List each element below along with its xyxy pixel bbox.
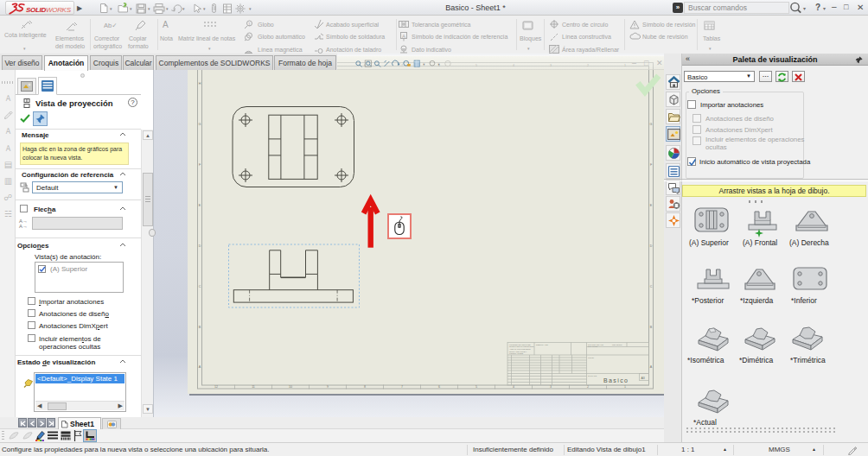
svg-text:4: 4 xyxy=(513,385,514,389)
svg-text:A: A xyxy=(199,365,201,369)
svg-text:9: 9 xyxy=(327,385,329,389)
svg-text:▾: ▾ xyxy=(423,62,425,66)
svg-text:▾: ▾ xyxy=(166,6,169,11)
svg-text:F: F xyxy=(199,163,201,167)
svg-text:F: F xyxy=(650,163,653,167)
svg-text:Basico: Basico xyxy=(603,377,629,383)
svg-text:C: C xyxy=(199,285,201,288)
svg-text:12: 12 xyxy=(214,385,218,389)
svg-text:▾: ▾ xyxy=(182,6,185,11)
svg-text:▾: ▾ xyxy=(130,6,132,11)
svg-text:7: 7 xyxy=(401,385,403,389)
svg-text:1: 1 xyxy=(624,385,626,389)
svg-text:H: H xyxy=(199,82,201,86)
svg-text:▾: ▾ xyxy=(110,6,112,11)
svg-text:C: C xyxy=(650,285,653,288)
svg-text:▾: ▾ xyxy=(249,6,252,11)
svg-text:DWG NO.: DWG NO. xyxy=(588,375,597,377)
svg-text:▾: ▾ xyxy=(437,62,440,66)
svg-text:▾: ▾ xyxy=(203,6,206,11)
svg-text:5: 5 xyxy=(475,385,477,389)
svg-text:REVISION: REVISION xyxy=(612,344,622,346)
svg-text:B: B xyxy=(199,326,201,329)
svg-text:11: 11 xyxy=(252,385,255,389)
svg-text:10: 10 xyxy=(289,385,292,389)
svg-text:1: 1 xyxy=(248,22,251,27)
svg-text:2: 2 xyxy=(587,385,589,389)
svg-text:G: G xyxy=(650,123,653,126)
svg-text:A3: A3 xyxy=(641,377,645,380)
svg-text:D: D xyxy=(199,244,201,248)
svg-text:3: 3 xyxy=(550,385,552,389)
svg-text:DRAWING: DRAWING xyxy=(588,345,598,348)
svg-text:▾: ▾ xyxy=(148,6,150,11)
svg-text:D: D xyxy=(650,244,653,248)
svg-text:G: G xyxy=(199,123,201,126)
svg-text:B: B xyxy=(650,326,653,329)
svg-text:6: 6 xyxy=(438,385,440,389)
svg-text:DEBUR AND: DEBUR AND xyxy=(536,344,548,346)
svg-text:TOLERANCES: TOLERANCES xyxy=(509,352,524,355)
svg-text:E: E xyxy=(199,204,201,207)
svg-text:A: A xyxy=(650,365,653,369)
svg-text:8: 8 xyxy=(364,385,366,389)
svg-text:E: E xyxy=(650,204,653,207)
svg-text:A: A xyxy=(402,34,405,39)
svg-text:TITLE:: TITLE: xyxy=(588,357,595,359)
